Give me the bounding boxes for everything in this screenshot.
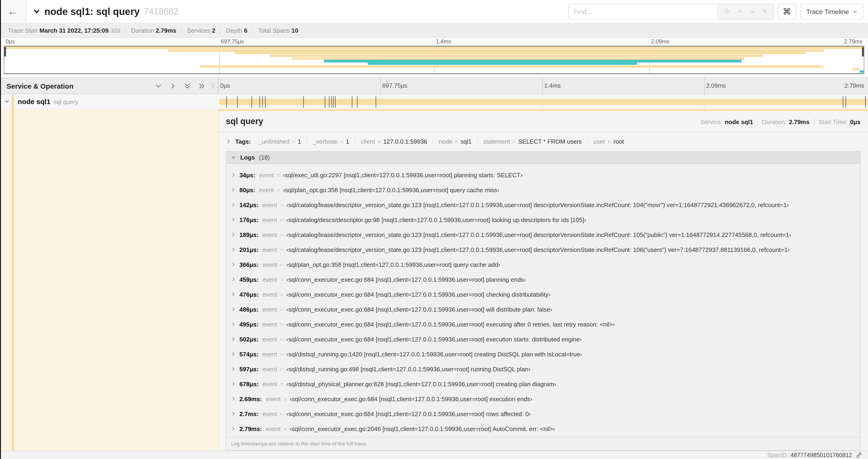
log-expand-chevron-icon[interactable] — [231, 217, 236, 222]
log-field-value: ‹sql/distsql_running.go:498 [nsql1,clien… — [286, 365, 530, 372]
keyboard-shortcuts-button[interactable]: ⌘ — [778, 3, 796, 19]
span-row[interactable]: node sql1 sql query — [0, 95, 868, 109]
locate-icon[interactable] — [723, 8, 730, 14]
log-expand-chevron-icon[interactable] — [231, 247, 236, 252]
deep-link-icon[interactable] — [856, 452, 862, 458]
log-marker-tick[interactable] — [237, 96, 238, 108]
log-entry[interactable]: 366μs: event = ‹sql/plan_opt.go:358 [nsq… — [226, 257, 860, 272]
log-expand-chevron-icon[interactable] — [231, 382, 236, 386]
log-expand-chevron-icon[interactable] — [231, 173, 236, 177]
log-expand-chevron-icon[interactable] — [231, 307, 236, 312]
log-field-key: event — [262, 246, 277, 253]
logs-title: Logs — [240, 154, 255, 161]
log-entry[interactable]: 176μs: event = ‹sql/catalog/descs/descri… — [226, 212, 860, 227]
log-entry[interactable]: 597μs: event = ‹sql/distsql_running.go:4… — [226, 362, 860, 376]
log-expand-chevron-icon[interactable] — [231, 188, 236, 192]
log-expand-chevron-icon[interactable] — [231, 412, 236, 416]
log-entry[interactable]: 495μs: event = ‹sql/conn_executor_exec.g… — [226, 317, 860, 332]
log-expand-chevron-icon[interactable] — [231, 232, 236, 237]
log-expand-chevron-icon[interactable] — [231, 277, 236, 282]
log-marker-tick[interactable] — [865, 96, 866, 108]
log-field-value: ‹sql/conn_executor_exec.go:684 [nsql1,cl… — [290, 395, 532, 402]
chevron-down-icon — [852, 9, 857, 14]
log-marker-tick[interactable] — [845, 96, 846, 108]
log-marker-tick[interactable] — [376, 96, 376, 108]
minimap-ruler: 0μs 697.75μs 1.4ms 2.09ms 2.79ms — [4, 38, 864, 46]
next-result-icon[interactable] — [749, 9, 755, 14]
minimap-left-scrubber-handle[interactable] — [4, 47, 6, 57]
log-marker-tick[interactable] — [331, 96, 332, 108]
log-expand-chevron-icon[interactable] — [231, 396, 236, 401]
log-entry[interactable]: 201μs: event = ‹sql/catalog/lease/descri… — [226, 242, 860, 257]
log-marker-tick[interactable] — [265, 96, 266, 108]
log-marker-tick[interactable] — [226, 96, 227, 108]
span-service-name[interactable]: node sql1 — [18, 97, 51, 105]
log-marker-tick[interactable] — [262, 96, 263, 108]
log-entry[interactable]: 486μs: event = ‹sql/conn_executor_exec.g… — [226, 302, 860, 317]
tags-expand-chevron-icon[interactable] — [226, 139, 231, 144]
collapse-one-icon[interactable] — [155, 83, 161, 89]
log-entry[interactable]: 459μs: event = ‹sql/conn_executor_exec.g… — [226, 272, 860, 287]
logs-header[interactable]: Logs (18) — [226, 152, 860, 164]
log-marker-tick[interactable] — [329, 96, 330, 108]
log-timestamp: 80μs: — [239, 186, 255, 193]
log-expand-chevron-icon[interactable] — [231, 337, 236, 341]
clear-search-icon[interactable] — [762, 9, 767, 14]
log-expand-chevron-icon[interactable] — [231, 262, 236, 267]
minimap-right-scrubber-handle[interactable] — [862, 47, 864, 57]
log-marker-tick[interactable] — [259, 96, 260, 108]
logs-collapse-chevron-icon — [231, 155, 236, 160]
log-marker-tick[interactable] — [303, 96, 304, 108]
log-marker-tick[interactable] — [843, 96, 843, 108]
expand-all-icon[interactable] — [199, 83, 205, 89]
log-entry[interactable]: 678μs: event = ‹sql/distsql_physical_pla… — [226, 376, 860, 391]
log-entry[interactable]: 476μs: event = ‹sql/conn_executor_exec.g… — [226, 287, 860, 302]
log-timestamp: 597μs: — [239, 365, 258, 372]
detail-divider — [218, 132, 868, 132]
collapse-all-icon[interactable] — [184, 83, 190, 89]
log-entry[interactable]: 80μs: event = ‹sql/plan_opt.go:358 [nsql… — [226, 183, 860, 197]
logs-list: 34μs: event = ‹sql/exec_util.go:2297 [ns… — [226, 164, 860, 437]
log-entry[interactable]: 2.69ms: event = ‹sql/conn_executor_exec.… — [226, 391, 860, 406]
log-equals: = — [277, 171, 280, 178]
log-marker-tick[interactable] — [325, 96, 326, 108]
log-entry[interactable]: 189μs: event = ‹sql/catalog/lease/descri… — [226, 227, 860, 242]
column-resize-grip[interactable] — [212, 83, 214, 89]
log-entry[interactable]: 502μs: event = ‹sql/conn_executor_exec.g… — [226, 332, 860, 347]
log-marker-tick[interactable] — [251, 96, 252, 108]
log-field-value: ‹sql/distsql_physical_planner.go:828 [ns… — [286, 381, 556, 387]
collapse-trace-chevron-icon[interactable] — [33, 8, 40, 15]
log-timestamp: 2.79ms: — [239, 425, 262, 432]
prev-result-icon[interactable] — [737, 9, 742, 14]
log-equals: = — [280, 321, 283, 328]
log-entry[interactable]: 142μs: event = ‹sql/catalog/lease/descri… — [226, 197, 860, 212]
tags-label[interactable]: Tags: — [235, 138, 251, 145]
span-meta-item: Duration:2.79ms — [757, 119, 814, 126]
log-marker-tick[interactable] — [357, 96, 358, 108]
log-equals: = — [280, 246, 283, 253]
log-marker-tick[interactable] — [333, 96, 334, 108]
log-expand-chevron-icon[interactable] — [231, 292, 236, 297]
log-marker-tick[interactable] — [352, 96, 352, 108]
log-entry[interactable]: 2.79ms: event = ‹sql/conn_executor_exec.… — [226, 421, 860, 436]
log-entry[interactable]: 2.7ms: event = ‹sql/conn_executor_exec.g… — [226, 406, 860, 421]
log-expand-chevron-icon[interactable] — [231, 352, 236, 356]
log-marker-tick[interactable] — [335, 96, 336, 108]
tags-row: Tags: _unfinished=1 _verbose=1 client=12… — [226, 138, 861, 145]
log-field-key: event — [262, 231, 277, 238]
log-expand-chevron-icon[interactable] — [231, 426, 236, 431]
log-entry[interactable]: 574μs: event = ‹sql/distsql_running.go:1… — [226, 347, 860, 362]
span-operation-name[interactable]: sql query — [54, 98, 79, 105]
log-expand-chevron-icon[interactable] — [231, 367, 236, 371]
minimap-tick-label: 0μs — [4, 38, 17, 45]
minimap-canvas[interactable] — [4, 46, 864, 74]
expand-one-icon[interactable] — [170, 83, 176, 89]
back-button[interactable]: ← — [0, 0, 26, 23]
minimap-tick-label: 2.09ms — [649, 38, 671, 45]
find-input[interactable] — [569, 4, 717, 19]
log-entry[interactable]: 34μs: event = ‹sql/exec_util.go:2297 [ns… — [226, 167, 860, 183]
log-expand-chevron-icon[interactable] — [231, 202, 236, 207]
span-collapse-chevron-icon[interactable] — [4, 99, 9, 104]
log-expand-chevron-icon[interactable] — [231, 322, 236, 327]
trace-view-selector[interactable]: Trace Timeline — [800, 3, 863, 19]
